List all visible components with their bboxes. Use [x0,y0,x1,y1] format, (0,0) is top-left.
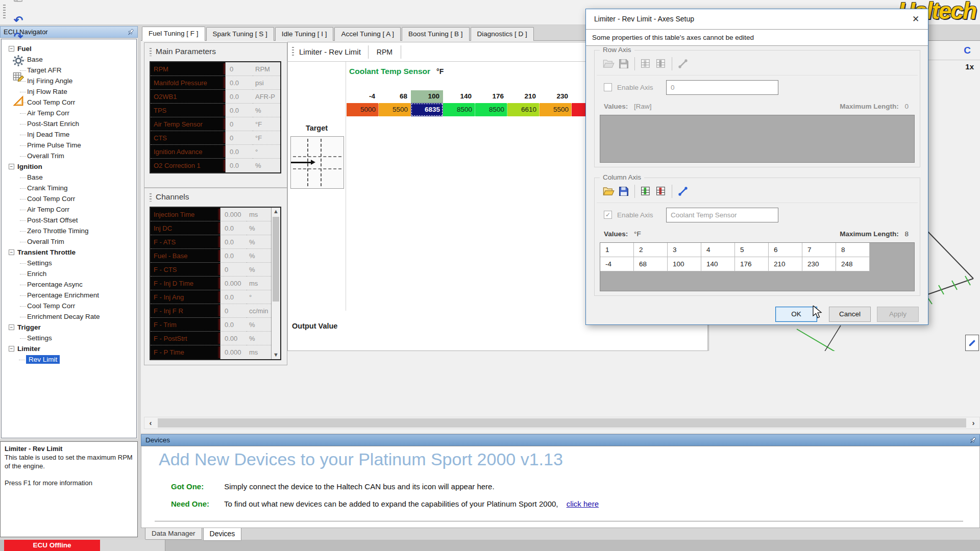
tab-boost[interactable]: Boost Tuning [ B ] [402,27,470,41]
tree-item-trigger[interactable]: −Trigger [2,322,136,333]
scroll-left-icon[interactable]: ‹ [144,417,157,429]
tree-item-inj-dead-time[interactable]: Inj Dead Time [2,129,136,140]
limiter-cell[interactable]: 5500 [540,103,572,116]
tree-item-rev-limit[interactable]: Rev Limit [2,354,136,365]
axis-table-value[interactable]: 140 [701,257,735,271]
click-here-link[interactable]: click here [567,499,599,508]
bottom-tab-devices[interactable]: Devices [203,528,242,541]
tab-diagnostics[interactable]: Diagnostics [ D ] [471,27,534,41]
row-axis-values-line: Values: [Raw] [604,103,652,110]
axis-table-value[interactable]: -4 [600,257,634,271]
pin-icon[interactable] [968,436,977,445]
undo-icon[interactable]: ↶ [10,12,27,29]
tree-item-settings[interactable]: Settings [2,333,136,343]
channels-scrollbar-thumb[interactable] [273,217,279,302]
scroll-right-icon[interactable]: › [967,417,979,429]
tree-item-percentage-async[interactable]: Percentage Async [2,279,136,290]
tree-item-ignition[interactable]: −Ignition [2,161,136,172]
devices-panel: Devices Add New Devices to your Platinum… [141,434,980,540]
tree-item-overall-trim[interactable]: Overall Trim [2,151,136,161]
hscroll-thumb[interactable] [158,418,966,428]
limiter-col-header[interactable]: 68 [379,90,411,103]
channels-scrollbar[interactable]: ▲ ▼ [271,208,280,359]
axis-table-value[interactable]: 230 [802,257,836,271]
table-edit-icon[interactable] [10,69,27,85]
set-square-icon[interactable] [10,93,27,109]
interpolate-icon[interactable] [676,184,690,198]
tree-item-post-start-offset[interactable]: Post-Start Offset [2,215,136,226]
tree-item-cool-temp-corr[interactable]: Cool Temp Corr [2,300,136,311]
limiter-col-header[interactable]: 210 [507,90,540,103]
load-icon[interactable] [601,184,616,198]
panel-grip[interactable] [292,47,294,57]
limiter-cell[interactable]: 6610 [507,103,540,116]
limiter-col-header[interactable]: 230 [540,90,572,103]
limiter-col-header[interactable]: 100 [411,90,443,103]
tree-item-overall-trim[interactable]: Overall Trim [2,236,136,247]
insert-icon[interactable] [639,184,653,198]
axis-table-value[interactable]: 210 [769,257,802,271]
tree-item-post-start-enrich[interactable]: Post-Start Enrich [2,118,136,129]
tab-spark[interactable]: Spark Tuning [ S ] [206,27,274,41]
tree-item-prime-pulse-time[interactable]: Prime Pulse Time [2,140,136,151]
limiter-cell-selected[interactable]: 6835 [411,103,443,116]
axis-table-value[interactable]: 100 [668,257,701,271]
tree-item-crank-timing[interactable]: Crank Timing [2,183,136,193]
row-axis-name-field[interactable]: 0 [666,80,778,95]
limiter-cell[interactable]: 8500 [443,103,475,116]
channel-row: F - P Time0.000ms [151,345,280,359]
tree-item-transient-throttle[interactable]: −Transient Throttle [2,247,136,258]
ok-button[interactable]: OK [775,307,817,322]
tree-item-zero-throttle-timing[interactable]: Zero Throttle Timing [2,226,136,236]
column-axis-name-field[interactable]: Coolant Temp Sensor [666,208,778,222]
tree-item-air-temp-corr[interactable]: Air Temp Corr [2,108,136,118]
collapse-icon[interactable]: − [9,249,14,255]
close-icon[interactable]: ✕ [910,13,922,26]
limiter-col-header[interactable]: 176 [475,90,507,103]
collapse-icon[interactable]: − [9,324,14,330]
divider [597,75,918,76]
row-axis-enable-checkbox[interactable] [604,83,612,91]
tab-fuel[interactable]: Fuel Tuning [ F ] [142,27,205,41]
delete-icon[interactable] [654,184,668,198]
tree-item-enrichment-decay-rate[interactable]: Enrichment Decay Rate [2,311,136,322]
cancel-button[interactable]: Cancel [829,307,871,322]
limiter-cell[interactable]: 5500 [379,103,411,116]
tree-item-cool-temp-corr[interactable]: Cool Temp Corr [2,193,136,204]
horizontal-scrollbar[interactable]: ‹ › [144,417,980,429]
tree-item-limiter[interactable]: −Limiter [2,343,136,354]
bottom-tab-data-manager[interactable]: Data Manager [145,528,202,540]
save-icon[interactable] [617,184,631,198]
collapse-icon[interactable]: − [9,346,14,352]
limiter-cell[interactable]: 8500 [475,103,507,116]
tree-item-percentage-enrichment[interactable]: Percentage Enrichment [2,290,136,300]
channel-row: F - Inj D Time0.000ms [151,277,280,290]
limiter-rpm-tab[interactable]: RPM [369,48,401,56]
channel-row: F - Inj F R0cc/min [151,304,280,318]
row-unit: % [253,159,280,172]
tree-item-air-temp-corr[interactable]: Air Temp Corr [2,204,136,215]
limiter-col-header[interactable]: 140 [443,90,475,103]
paste-icon[interactable] [10,0,27,5]
apply-button[interactable]: Apply [877,307,919,322]
tree-item-enrich[interactable]: Enrich [2,268,136,279]
scroll-down-icon[interactable]: ▼ [272,351,280,359]
maxlen-value: 8 [904,230,909,238]
tab-accel[interactable]: Accel Tuning [ A ] [334,27,401,41]
settings-icon[interactable] [10,53,27,69]
toolbar-grip[interactable] [3,5,6,20]
collapse-icon[interactable]: − [9,164,14,169]
limiter-col-header[interactable]: -4 [347,90,379,103]
tree-item-settings[interactable]: Settings [2,258,136,268]
axis-table-value[interactable]: 68 [634,257,668,271]
axis-table-value[interactable]: 176 [735,257,769,271]
column-axis-enable-checkbox[interactable]: ✓ [604,211,612,219]
limiter-cell[interactable]: 5000 [347,103,379,116]
axis-table-value[interactable]: 248 [836,257,870,271]
redo-icon[interactable]: ↷ [10,29,27,45]
scroll-up-icon[interactable]: ▲ [272,208,280,216]
pin-icon[interactable] [126,28,135,37]
edit-map-button[interactable] [965,335,979,351]
tab-idle[interactable]: Idle Tuning [ I ] [275,27,334,41]
tree-item-base[interactable]: Base [2,172,136,183]
